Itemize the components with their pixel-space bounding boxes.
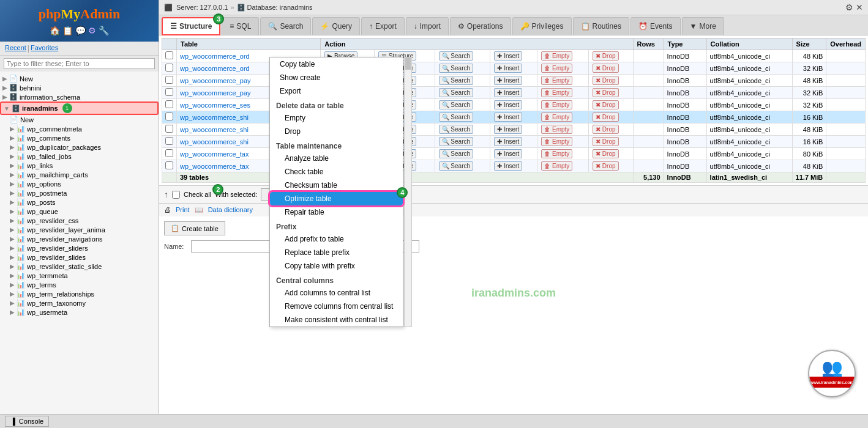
menu-analyze[interactable]: Analyze table [270,152,403,165]
menu-checksum[interactable]: Checksum table [270,179,403,192]
drop-btn-9[interactable]: ✖ Drop [593,149,618,158]
sidebar-item-wp-duplicator[interactable]: ▶ 📊 wp_duplicator_packages [0,142,159,152]
empty-btn-9[interactable]: 🗑 Empty [541,149,572,158]
sidebar-item-wp-mailchimp[interactable]: ▶ 📊 wp_mailchimp_carts [0,170,159,179]
sidebar-item-new-top[interactable]: ▶ 📄 New [0,74,159,83]
menu-repair[interactable]: Repair table [270,205,403,219]
row-checkbox-4[interactable] [165,88,173,96]
table-link-2[interactable]: wp_woocommerce_ord [180,65,250,72]
search-btn-4[interactable]: 🔍 Search [439,88,473,97]
sidebar-item-wp-posts[interactable]: ▶ 📊 wp_posts [0,197,159,207]
sidebar-item-wp-commentmeta[interactable]: ▶ 📊 wp_commentmeta [0,124,159,133]
row-checkbox-5[interactable] [165,100,173,108]
tab-import[interactable]: ↓ Import [406,17,449,35]
menu-drop[interactable]: Drop [270,125,403,138]
table-link-7[interactable]: wp_woocommerce_shi [180,126,249,133]
search-btn-10[interactable]: 🔍 Search [439,161,473,171]
row-checkbox-7[interactable] [165,125,173,133]
sidebar-item-wp-termmeta[interactable]: ▶ 📊 wp_termmeta [0,271,159,280]
row-checkbox-2[interactable] [165,64,173,72]
row-checkbox-6[interactable] [165,113,173,120]
drop-btn-6[interactable]: ✖ Drop [593,113,618,122]
tab-search[interactable]: 🔍 Search [260,17,311,35]
row-checkbox-9[interactable] [165,149,173,157]
menu-empty[interactable]: Empty [270,111,403,125]
settings-button[interactable]: ⚙ [845,2,853,12]
tab-events[interactable]: ⏰ Events [630,17,681,35]
menu-check[interactable]: Check table [270,165,403,179]
table-link-8[interactable]: wp_woocommerce_shi [180,138,249,146]
row-checkbox-3[interactable] [165,76,173,84]
insert-btn-6[interactable]: ✚ Insert [494,113,522,122]
menu-optimize[interactable]: Optimize table 4 [270,192,403,205]
sidebar-item-wp-terms[interactable]: ▶ 📊 wp_terms [0,280,159,289]
search-btn-6[interactable]: 🔍 Search [439,113,473,122]
sidebar-item-wp-options[interactable]: ▶ 📊 wp_options [0,179,159,188]
table-link-3[interactable]: wp_woocommerce_pay [180,77,251,84]
check-all-checkbox[interactable] [172,191,180,199]
sidebar-item-wp-revslider-slides[interactable]: ▶ 📊 wp_revslider_slides [0,253,159,262]
table-link-4[interactable]: wp_woocommerce_pay [180,89,251,97]
drop-btn-2[interactable]: ✖ Drop [593,64,618,73]
menu-copy-table[interactable]: Copy table [270,57,403,71]
menu-make-consistent[interactable]: Make consistent with central list [270,313,403,327]
scrollbar-thumb[interactable] [405,57,411,70]
insert-btn-3[interactable]: ✚ Insert [494,76,522,85]
row-checkbox-8[interactable] [165,137,173,145]
insert-btn-2[interactable]: ✚ Insert [494,64,522,73]
drop-btn-3[interactable]: ✖ Drop [593,76,618,85]
empty-btn-3[interactable]: 🗑 Empty [541,76,572,85]
sidebar-item-wp-revslider-css[interactable]: ▶ 📊 wp_revslider_css [0,216,159,225]
data-dictionary-link[interactable]: Data dictionary [208,206,253,214]
close-button[interactable]: ✕ [856,2,863,12]
insert-btn-8[interactable]: ✚ Insert [494,137,522,146]
sidebar-item-new-sub[interactable]: 📄 New [0,115,159,124]
tab-structure[interactable]: ☰ Structure 3 [162,17,220,35]
sidebar-item-wp-postmeta[interactable]: ▶ 📊 wp_postmeta [0,188,159,197]
tab-export[interactable]: ↑ Export [361,17,405,35]
menu-add-prefix[interactable]: Add prefix to table [270,232,403,246]
insert-btn-7[interactable]: ✚ Insert [494,125,522,134]
menu-copy-prefix[interactable]: Copy table with prefix [270,259,403,273]
empty-btn-2[interactable]: 🗑 Empty [541,64,572,73]
sidebar-search-input[interactable] [4,58,155,69]
sidebar-item-wp-term-relationships[interactable]: ▶ 📊 wp_term_relationships [0,289,159,298]
table-link-5[interactable]: wp_woocommerce_ses [180,101,250,109]
sidebar-item-wp-queue[interactable]: ▶ 📊 wp_queue [0,207,159,216]
empty-btn-5[interactable]: 🗑 Empty [541,100,572,109]
empty-btn-1[interactable]: 🗑 Empty [541,51,572,61]
menu-export[interactable]: Export [270,84,403,98]
tab-more[interactable]: ▼ More [682,17,724,35]
sidebar-item-wp-term-taxonomy[interactable]: ▶ 📊 wp_term_taxonomy [0,298,159,308]
drop-btn-8[interactable]: ✖ Drop [593,137,618,146]
table-link-10[interactable]: wp_woocommerce_tax [180,163,249,170]
menu-add-central[interactable]: Add columns to central list [270,286,403,300]
empty-btn-7[interactable]: 🗑 Empty [541,125,572,134]
sidebar-item-wp-revslider-layer[interactable]: ▶ 📊 wp_revslider_layer_anima [0,225,159,234]
tab-operations[interactable]: ⚙ Operations [450,17,511,35]
drop-btn-1[interactable]: ✖ Drop [593,51,618,61]
recent-link[interactable]: Recent [5,44,26,53]
menu-replace-prefix[interactable]: Replace table prefix [270,246,403,259]
insert-btn-4[interactable]: ✚ Insert [494,88,522,97]
empty-btn-10[interactable]: 🗑 Empty [541,161,572,171]
drop-btn-5[interactable]: ✖ Drop [593,100,618,109]
tab-query[interactable]: ⚡ Query [312,17,360,35]
sidebar-item-wp-comments[interactable]: ▶ 📊 wp_comments [0,133,159,142]
table-link-6[interactable]: wp_woocommerce_shi [180,114,249,121]
insert-btn-10[interactable]: ✚ Insert [494,161,522,171]
search-btn-2[interactable]: 🔍 Search [439,64,473,73]
search-btn-7[interactable]: 🔍 Search [439,125,473,134]
drop-btn-4[interactable]: ✖ Drop [593,88,618,97]
row-checkbox-1[interactable] [165,51,173,59]
sidebar-item-wp-links[interactable]: ▶ 📊 wp_links [0,161,159,170]
sidebar-item-wp-revslider-static[interactable]: ▶ 📊 wp_revslider_static_slide [0,262,159,271]
tab-routines[interactable]: 📋 Routines [573,17,629,35]
sidebar-item-wp-usermeta[interactable]: ▶ 📊 wp_usermeta [0,308,159,317]
menu-remove-central[interactable]: Remove columns from central list [270,300,403,313]
table-link-1[interactable]: wp_woocommerce_ord [180,53,250,60]
row-checkbox-10[interactable] [165,161,173,169]
sidebar-item-information-schema[interactable]: ▶ 🗄️ information_schema [0,92,159,101]
favorites-link[interactable]: Favorites [31,44,58,53]
sidebar-item-wp-failed-jobs[interactable]: ▶ 📊 wp_failed_jobs [0,152,159,161]
